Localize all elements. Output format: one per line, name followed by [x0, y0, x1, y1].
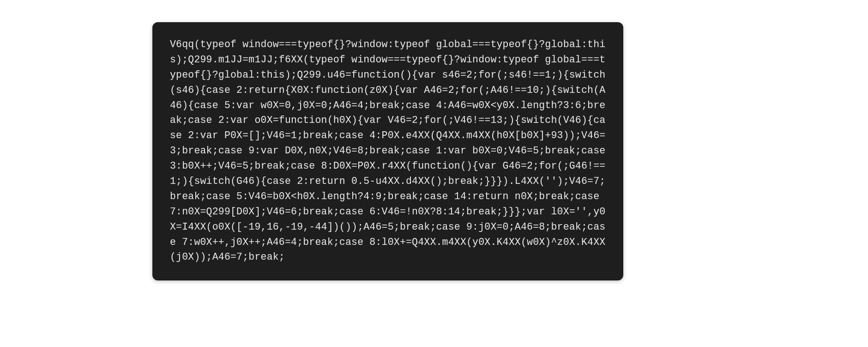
code-content: V6qq(typeof window===typeof{}?window:typ… — [170, 37, 606, 265]
code-block-container: V6qq(typeof window===typeof{}?window:typ… — [152, 22, 623, 280]
